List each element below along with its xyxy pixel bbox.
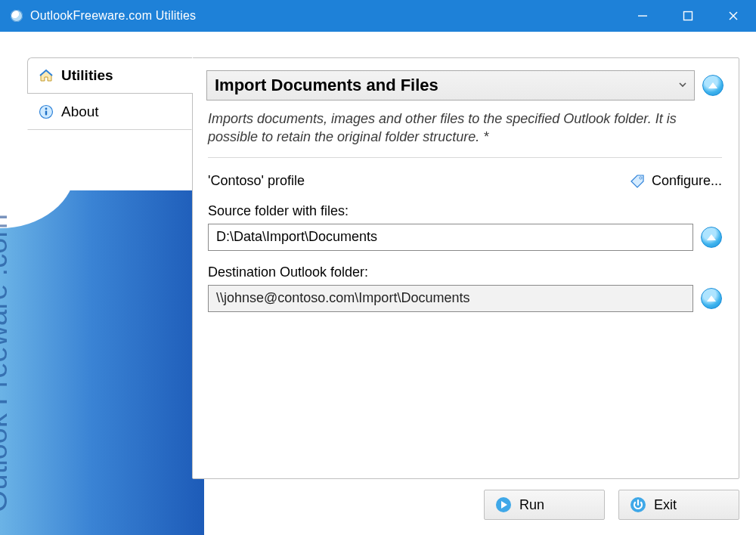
svg-point-5 (45, 108, 48, 110)
power-icon (630, 496, 646, 513)
maximize-icon (683, 11, 693, 21)
exit-button-label: Exit (654, 497, 677, 513)
footer-buttons: Run Exit (484, 490, 739, 520)
profile-label: 'Contoso' profile (208, 173, 305, 189)
run-button[interactable]: Run (484, 490, 605, 520)
app-icon (11, 10, 23, 22)
svg-rect-1 (684, 12, 692, 20)
source-browse-button[interactable] (701, 227, 722, 248)
destination-folder-label: Destination Outlook folder: (208, 264, 722, 280)
window-title: OutlookFreeware.com Utilities (30, 9, 196, 23)
info-icon (39, 104, 54, 119)
chevron-down-icon (677, 79, 688, 92)
titlebar: OutlookFreeware.com Utilities (0, 0, 756, 32)
svg-point-7 (640, 177, 642, 179)
tag-icon (629, 173, 646, 190)
client-area: Outlook Freeware .com Utilities About (0, 32, 756, 535)
minimize-button[interactable] (620, 0, 665, 32)
svg-rect-6 (45, 111, 47, 116)
destination-browse-button[interactable] (701, 288, 722, 309)
run-button-label: Run (519, 497, 544, 513)
configure-label: Configure... (652, 173, 722, 189)
tab-utilities-label: Utilities (61, 67, 113, 84)
source-folder-input[interactable] (208, 224, 693, 251)
utility-description: Imports documents, images and other file… (208, 110, 722, 158)
source-folder-label: Source folder with files: (208, 203, 722, 219)
tab-about[interactable]: About (27, 94, 192, 130)
sidebar-tabs: Utilities About (27, 57, 192, 130)
configure-link[interactable]: Configure... (629, 173, 722, 190)
exit-button[interactable]: Exit (618, 490, 739, 520)
play-icon (495, 496, 512, 513)
close-icon (728, 11, 739, 21)
tab-about-label: About (61, 104, 99, 120)
main-panel: Import Documents and Files Imports docum… (192, 57, 739, 479)
utility-selector[interactable]: Import Documents and Files (206, 70, 695, 101)
utility-eject-button[interactable] (702, 75, 723, 96)
brand-text: Outlook Freeware .com (0, 214, 14, 512)
maximize-button[interactable] (665, 0, 711, 32)
tab-utilities[interactable]: Utilities (27, 57, 192, 94)
utility-selector-label: Import Documents and Files (215, 76, 438, 95)
home-icon (39, 68, 54, 83)
close-button[interactable] (711, 0, 756, 32)
window-controls (620, 0, 756, 32)
destination-folder-input[interactable] (208, 285, 693, 312)
minimize-icon (637, 11, 648, 21)
